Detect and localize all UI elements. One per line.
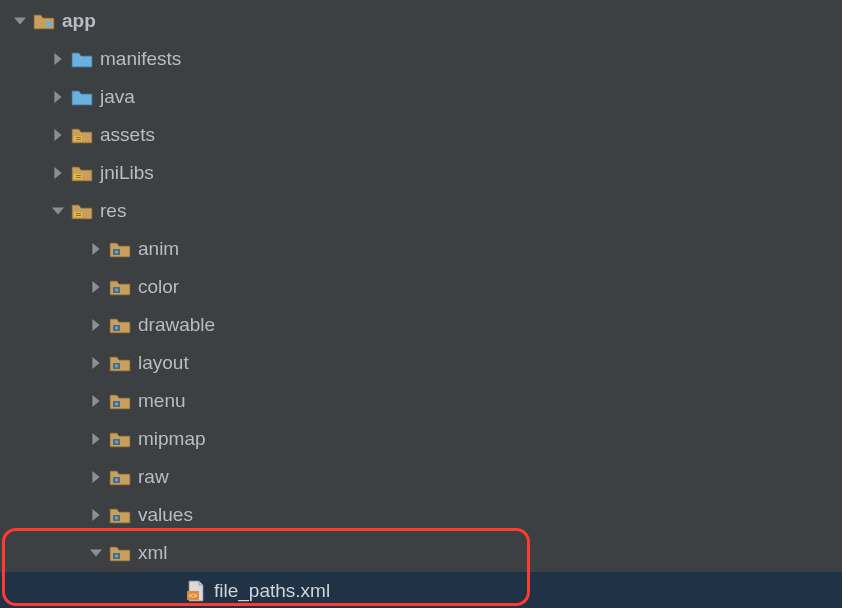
svg-point-39 <box>115 517 118 520</box>
chevron-right-icon[interactable] <box>84 395 108 407</box>
folder-special-icon <box>70 163 94 183</box>
chevron-down-icon[interactable] <box>46 205 70 217</box>
folder-res-icon <box>108 315 132 335</box>
svg-point-42 <box>115 555 118 558</box>
no-arrow <box>160 585 184 597</box>
chevron-right-icon[interactable] <box>84 471 108 483</box>
tree-row-app[interactable]: app <box>0 2 842 40</box>
tree-row-raw[interactable]: raw <box>0 458 842 496</box>
chevron-right-icon[interactable] <box>46 53 70 65</box>
tree-item-label: app <box>62 10 96 32</box>
svg-point-18 <box>115 251 118 254</box>
svg-marker-28 <box>92 395 99 407</box>
tree-row-drawable[interactable]: drawable <box>0 306 842 344</box>
svg-text:<>: <> <box>189 592 197 599</box>
svg-marker-4 <box>54 129 61 141</box>
chevron-right-icon[interactable] <box>46 167 70 179</box>
chevron-down-icon[interactable] <box>84 547 108 559</box>
tree-row-assets[interactable]: assets <box>0 116 842 154</box>
folder-res-icon <box>108 467 132 487</box>
tree-row-color[interactable]: color <box>0 268 842 306</box>
folder-res-icon <box>108 505 132 525</box>
tree-item-label: layout <box>138 352 189 374</box>
tree-item-label: assets <box>100 124 155 146</box>
folder-res-icon <box>108 543 132 563</box>
chevron-down-icon[interactable] <box>8 15 32 27</box>
svg-marker-2 <box>54 53 61 65</box>
svg-marker-3 <box>54 91 61 103</box>
svg-rect-9 <box>74 174 82 179</box>
tree-row-xml[interactable]: xml <box>0 534 842 572</box>
svg-marker-19 <box>92 281 99 293</box>
tree-item-label: raw <box>138 466 169 488</box>
folder-special-icon <box>70 125 94 145</box>
tree-item-label: color <box>138 276 179 298</box>
svg-marker-22 <box>92 319 99 331</box>
svg-marker-16 <box>92 243 99 255</box>
svg-marker-31 <box>92 433 99 445</box>
tree-row-values[interactable]: values <box>0 496 842 534</box>
tree-row-java[interactable]: java <box>0 78 842 116</box>
project-tree: appmanifestsjavaassetsjniLibsresanimcolo… <box>0 0 842 608</box>
chevron-right-icon[interactable] <box>84 433 108 445</box>
tree-row-jniLibs[interactable]: jniLibs <box>0 154 842 192</box>
svg-point-21 <box>115 289 118 292</box>
svg-point-30 <box>115 403 118 406</box>
svg-point-24 <box>115 327 118 330</box>
tree-item-label: jniLibs <box>100 162 154 184</box>
chevron-right-icon[interactable] <box>84 357 108 369</box>
svg-marker-34 <box>92 471 99 483</box>
tree-item-label: file_paths.xml <box>214 580 330 602</box>
folder-special-icon <box>70 201 94 221</box>
tree-row-anim[interactable]: anim <box>0 230 842 268</box>
folder-res-icon <box>108 391 132 411</box>
tree-row-file-paths-xml[interactable]: <>file_paths.xml <box>0 572 842 608</box>
svg-marker-8 <box>54 167 61 179</box>
chevron-right-icon[interactable] <box>46 129 70 141</box>
chevron-right-icon[interactable] <box>84 319 108 331</box>
tree-row-menu[interactable]: menu <box>0 382 842 420</box>
svg-marker-40 <box>90 549 102 556</box>
folder-res-icon <box>108 239 132 259</box>
folder-res-icon <box>108 429 132 449</box>
svg-rect-1 <box>46 22 52 27</box>
tree-row-mipmap[interactable]: mipmap <box>0 420 842 458</box>
tree-row-layout[interactable]: layout <box>0 344 842 382</box>
tree-item-label: drawable <box>138 314 215 336</box>
svg-point-27 <box>115 365 118 368</box>
tree-item-label: values <box>138 504 193 526</box>
tree-row-manifests[interactable]: manifests <box>0 40 842 78</box>
folder-res-icon <box>108 277 132 297</box>
tree-item-label: manifests <box>100 48 181 70</box>
tree-item-label: anim <box>138 238 179 260</box>
chevron-right-icon[interactable] <box>84 243 108 255</box>
svg-point-36 <box>115 479 118 482</box>
folder-plain-icon <box>70 49 94 69</box>
file-xml-icon: <> <box>184 581 208 601</box>
svg-marker-12 <box>52 207 64 214</box>
folder-res-icon <box>108 353 132 373</box>
tree-item-label: mipmap <box>138 428 206 450</box>
tree-item-label: xml <box>138 542 168 564</box>
chevron-right-icon[interactable] <box>84 281 108 293</box>
module-folder-icon <box>32 11 56 31</box>
tree-item-label: java <box>100 86 135 108</box>
svg-marker-25 <box>92 357 99 369</box>
svg-marker-0 <box>14 17 26 24</box>
svg-point-33 <box>115 441 118 444</box>
chevron-right-icon[interactable] <box>46 91 70 103</box>
svg-rect-5 <box>74 136 82 141</box>
svg-marker-37 <box>92 509 99 521</box>
tree-row-res[interactable]: res <box>0 192 842 230</box>
tree-item-label: res <box>100 200 126 222</box>
svg-rect-13 <box>74 212 82 217</box>
chevron-right-icon[interactable] <box>84 509 108 521</box>
folder-plain-icon <box>70 87 94 107</box>
tree-item-label: menu <box>138 390 186 412</box>
